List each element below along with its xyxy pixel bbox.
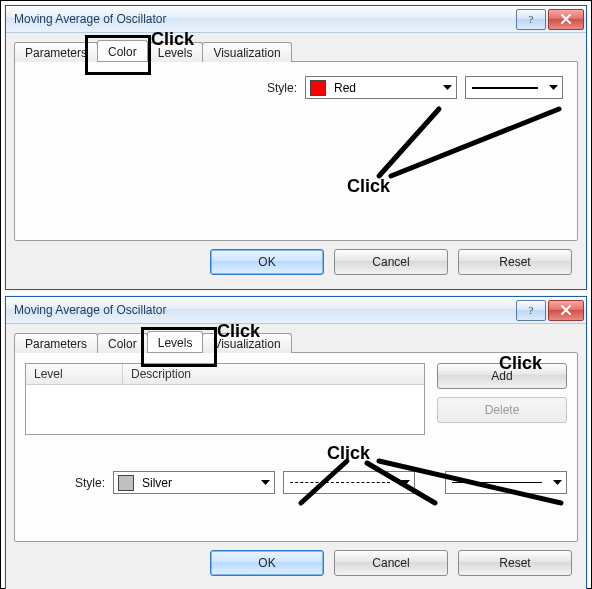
tab-visualization[interactable]: Visualization — [202, 333, 291, 353]
color-combo[interactable]: Silver — [113, 471, 275, 494]
tab-levels[interactable]: Levels — [147, 42, 204, 62]
line-preview — [472, 87, 538, 89]
style-label: Style: — [267, 81, 297, 95]
levels-list[interactable]: Level Description — [25, 363, 425, 435]
tab-color[interactable]: Color — [97, 40, 148, 61]
reset-button[interactable]: Reset — [458, 249, 572, 275]
color-name: Red — [330, 81, 438, 95]
tab-bar: Parameters Color Levels Visualization — [14, 330, 578, 352]
chevron-down-icon — [396, 472, 414, 493]
col-description[interactable]: Description — [123, 364, 424, 384]
chevron-down-icon — [256, 472, 274, 493]
line-width-combo[interactable] — [445, 471, 567, 494]
tab-parameters[interactable]: Parameters — [14, 42, 98, 62]
tab-parameters[interactable]: Parameters — [14, 333, 98, 353]
tab-color[interactable]: Color — [97, 333, 148, 353]
chevron-down-icon — [548, 472, 566, 493]
reset-button[interactable]: Reset — [458, 550, 572, 576]
window-title: Moving Average of Oscillator — [14, 12, 167, 26]
list-header: Level Description — [26, 364, 424, 385]
dialog-color: Moving Average of Oscillator ? Parameter… — [5, 5, 587, 290]
cancel-button[interactable]: Cancel — [334, 550, 448, 576]
svg-text:?: ? — [529, 13, 534, 25]
color-swatch — [118, 475, 134, 491]
help-button[interactable]: ? — [516, 300, 546, 321]
window-title: Moving Average of Oscillator — [14, 303, 167, 317]
style-label: Style: — [75, 476, 105, 490]
tab-bar: Parameters Color Levels Visualization — [14, 39, 578, 61]
col-level[interactable]: Level — [26, 364, 123, 384]
chevron-down-icon — [438, 77, 456, 98]
cancel-button[interactable]: Cancel — [334, 249, 448, 275]
line-preview — [290, 482, 390, 483]
help-button[interactable]: ? — [516, 9, 546, 30]
list-body[interactable] — [26, 385, 424, 434]
svg-text:?: ? — [529, 304, 534, 316]
titlebar[interactable]: Moving Average of Oscillator ? — [6, 6, 586, 33]
close-button[interactable] — [548, 300, 584, 321]
delete-button: Delete — [437, 397, 567, 423]
close-button[interactable] — [548, 9, 584, 30]
dialog-levels: Moving Average of Oscillator ? Parameter… — [5, 296, 587, 589]
titlebar[interactable]: Moving Average of Oscillator ? — [6, 297, 586, 324]
tab-levels[interactable]: Levels — [147, 331, 204, 352]
add-button[interactable]: Add — [437, 363, 567, 389]
chevron-down-icon — [544, 77, 562, 98]
ok-button[interactable]: OK — [210, 550, 324, 576]
color-combo[interactable]: Red — [305, 76, 457, 99]
ok-button[interactable]: OK — [210, 249, 324, 275]
line-pattern-combo[interactable] — [283, 471, 415, 494]
color-name: Silver — [138, 476, 256, 490]
line-preview — [452, 482, 542, 483]
line-style-combo[interactable] — [465, 76, 563, 99]
color-swatch — [310, 80, 326, 96]
tab-visualization[interactable]: Visualization — [202, 42, 291, 62]
